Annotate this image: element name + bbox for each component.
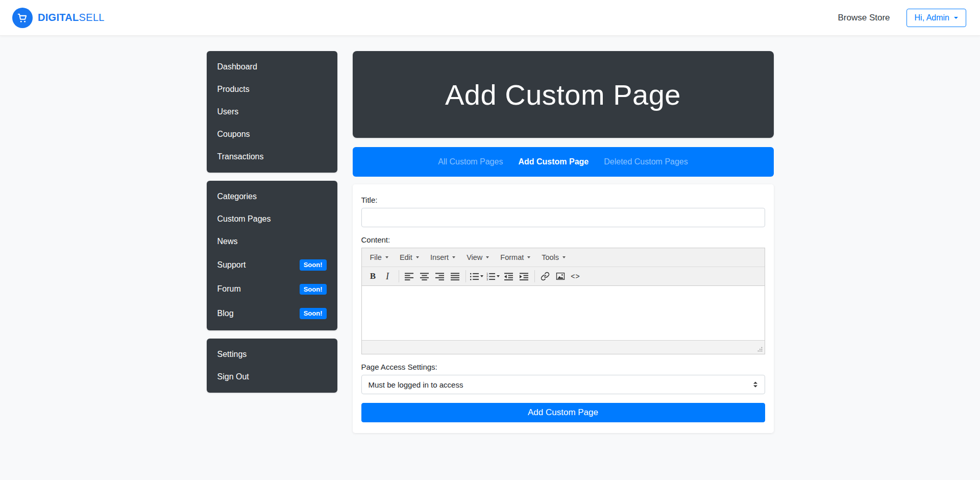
svg-text:3: 3 bbox=[486, 278, 488, 281]
menu-label: Insert bbox=[430, 253, 449, 261]
sidebar-item-categories[interactable]: Categories bbox=[207, 185, 337, 208]
menu-label: Tools bbox=[542, 253, 559, 261]
title-input[interactable] bbox=[361, 208, 765, 227]
italic-icon: I bbox=[386, 271, 389, 282]
sidebar-item-label: Custom Pages bbox=[217, 214, 271, 224]
menu-label: Format bbox=[500, 253, 524, 261]
editor-content-area[interactable] bbox=[362, 286, 765, 340]
browse-store-link[interactable]: Browse Store bbox=[838, 13, 890, 23]
numbered-list-button[interactable]: 123 bbox=[485, 269, 501, 284]
page-header: Add Custom Page bbox=[353, 51, 774, 138]
sidebar-item-users[interactable]: Users bbox=[207, 101, 337, 123]
tab-add-custom-page[interactable]: Add Custom Page bbox=[510, 153, 596, 171]
menu-label: View bbox=[467, 253, 482, 261]
chevron-down-icon bbox=[497, 275, 500, 277]
sidebar-item-forum[interactable]: Forum Soon! bbox=[207, 277, 337, 302]
outdent-button[interactable] bbox=[501, 269, 517, 284]
menu-view[interactable]: View bbox=[461, 250, 495, 265]
sidebar-item-label: Products bbox=[217, 85, 250, 94]
soon-badge: Soon! bbox=[300, 259, 327, 271]
toolbar-separator bbox=[534, 270, 535, 282]
title-group: Title: bbox=[361, 196, 765, 227]
align-center-button[interactable] bbox=[417, 269, 432, 284]
toolbar-separator bbox=[465, 270, 466, 282]
chevron-down-icon bbox=[954, 17, 958, 19]
soon-badge: Soon! bbox=[300, 284, 327, 295]
sidebar-item-products[interactable]: Products bbox=[207, 78, 337, 101]
sidebar-item-label: Sign Out bbox=[217, 372, 249, 381]
menu-edit[interactable]: Edit bbox=[394, 250, 425, 265]
top-navbar: DIGITALSELL Browse Store Hi, Admin bbox=[0, 0, 980, 36]
menu-format[interactable]: Format bbox=[495, 250, 536, 265]
page-access-select[interactable]: Must be logged in to access bbox=[361, 375, 765, 394]
navbar-right: Browse Store Hi, Admin bbox=[838, 9, 966, 27]
brand-name: DIGITALSELL bbox=[38, 12, 105, 23]
insert-link-button[interactable] bbox=[537, 269, 553, 284]
sidebar-item-label: News bbox=[217, 237, 238, 246]
tab-deleted-custom-pages[interactable]: Deleted Custom Pages bbox=[596, 153, 696, 171]
image-icon bbox=[556, 272, 565, 281]
sidebar-item-custom-pages[interactable]: Custom Pages bbox=[207, 208, 337, 230]
sidebar-item-label: Transactions bbox=[217, 152, 264, 161]
italic-button[interactable]: I bbox=[381, 269, 396, 284]
content-label: Content: bbox=[361, 235, 765, 244]
main-content: Add Custom Page All Custom Pages Add Cus… bbox=[353, 51, 774, 433]
bullet-list-button[interactable] bbox=[469, 269, 485, 284]
brand-name-light: SELL bbox=[79, 12, 105, 23]
page-layout: Dashboard Products Users Coupons Transac… bbox=[207, 51, 774, 433]
content-group: Content: File Edit Insert View Format To… bbox=[361, 235, 765, 354]
sidebar-group-content: Categories Custom Pages News Support Soo… bbox=[207, 181, 337, 330]
editor-menubar: File Edit Insert View Format Tools bbox=[362, 248, 765, 267]
add-custom-page-submit-button[interactable]: Add Custom Page bbox=[361, 403, 765, 422]
resize-grip-icon[interactable] bbox=[757, 346, 763, 352]
sidebar-item-blog[interactable]: Blog Soon! bbox=[207, 301, 337, 326]
bold-icon: B bbox=[370, 271, 376, 281]
editor-toolbar: B I bbox=[362, 267, 765, 286]
sidebar-item-label: Coupons bbox=[217, 130, 250, 139]
indent-icon bbox=[520, 272, 528, 281]
chevron-down-icon bbox=[385, 256, 388, 258]
sidebar-item-settings[interactable]: Settings bbox=[207, 343, 337, 366]
sidebar-group-main: Dashboard Products Users Coupons Transac… bbox=[207, 51, 337, 173]
menu-tools[interactable]: Tools bbox=[536, 250, 571, 265]
chevron-down-icon bbox=[486, 256, 489, 258]
editor-statusbar bbox=[362, 340, 765, 354]
indent-button[interactable] bbox=[517, 269, 532, 284]
source-code-button[interactable]: <> bbox=[568, 269, 583, 284]
source-code-icon: <> bbox=[571, 272, 580, 280]
sidebar-item-label: Forum bbox=[217, 284, 241, 294]
sidebar-item-label: Settings bbox=[217, 350, 247, 359]
toolbar-separator bbox=[399, 270, 399, 282]
outdent-icon bbox=[504, 272, 513, 281]
sidebar-item-transactions[interactable]: Transactions bbox=[207, 146, 337, 168]
chevron-down-icon bbox=[452, 256, 455, 258]
menu-insert[interactable]: Insert bbox=[425, 250, 461, 265]
sidebar-item-news[interactable]: News bbox=[207, 230, 337, 253]
chevron-down-icon bbox=[480, 275, 483, 277]
chevron-down-icon bbox=[416, 256, 419, 258]
chevron-down-icon bbox=[527, 256, 530, 258]
align-right-icon bbox=[435, 272, 444, 281]
title-label: Title: bbox=[361, 196, 765, 204]
page-access-group: Page Access Settings: Must be logged in … bbox=[361, 363, 765, 394]
justify-icon bbox=[451, 272, 459, 281]
sidebar-item-coupons[interactable]: Coupons bbox=[207, 123, 337, 146]
page-title: Add Custom Page bbox=[445, 78, 681, 111]
sidebar-item-sign-out[interactable]: Sign Out bbox=[207, 366, 337, 388]
sidebar-group-account: Settings Sign Out bbox=[207, 339, 337, 393]
brand-logo[interactable]: DIGITALSELL bbox=[12, 8, 105, 28]
align-right-button[interactable] bbox=[432, 269, 448, 284]
sidebar-item-support[interactable]: Support Soon! bbox=[207, 253, 337, 277]
menu-label: File bbox=[370, 253, 382, 261]
insert-image-button[interactable] bbox=[553, 269, 568, 284]
tab-all-custom-pages[interactable]: All Custom Pages bbox=[430, 153, 510, 171]
bold-button[interactable]: B bbox=[365, 269, 381, 284]
justify-button[interactable] bbox=[448, 269, 463, 284]
chevron-down-icon bbox=[562, 256, 566, 258]
select-arrows-icon bbox=[753, 382, 757, 388]
user-menu-button[interactable]: Hi, Admin bbox=[906, 9, 966, 27]
align-left-button[interactable] bbox=[402, 269, 417, 284]
sidebar-item-dashboard[interactable]: Dashboard bbox=[207, 56, 337, 78]
menu-file[interactable]: File bbox=[364, 250, 394, 265]
sidebar-item-label: Users bbox=[217, 107, 239, 116]
